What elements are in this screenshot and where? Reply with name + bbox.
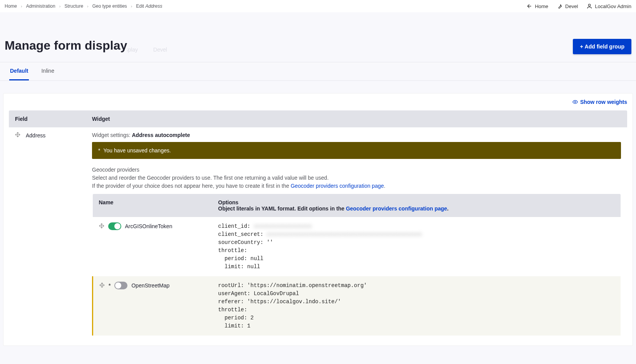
field-row-address: Address Widget settings: Address autocom…	[9, 127, 627, 340]
breadcrumb-current: Edit Address	[136, 3, 162, 9]
breadcrumb: Home › Administration › Structure › Geo …	[5, 3, 162, 9]
provider-table: Name Options Object literals in YAML for…	[92, 194, 621, 336]
breadcrumb-administration[interactable]: Administration	[26, 3, 55, 9]
chevron-right-icon: ›	[21, 4, 22, 8]
field-header-field: Field	[9, 110, 86, 127]
provider-options-osm: rootUrl: 'https://nominatim.openstreetma…	[218, 282, 614, 330]
provider-row-osm: * OpenStreetMap rootUrl: 'https://nomina…	[93, 276, 621, 336]
widget-settings-label: Widget settings:	[92, 132, 132, 138]
topbar-home-link[interactable]: Home	[526, 3, 548, 9]
page-title: Manage form display	[5, 38, 127, 54]
provider-header-config-link[interactable]: Geocoder providers configuration page	[346, 205, 447, 212]
show-row-weights-link[interactable]: Show row weights	[572, 99, 627, 105]
asterisk-icon: *	[98, 147, 100, 154]
widget-name: Address autocomplete	[132, 132, 190, 138]
topbar-right: Home Devel LocalGov Admin	[526, 3, 631, 9]
provider-options-arcgis: client_id: xxxxxxxxxxxxxxxxxx client_sec…	[218, 222, 614, 271]
eye-icon	[572, 99, 578, 105]
tab-inline[interactable]: Inline	[40, 62, 55, 80]
topbar-user-link[interactable]: LocalGov Admin	[586, 3, 631, 9]
topbar: Home › Administration › Structure › Geo …	[0, 0, 636, 12]
chevron-right-icon: ›	[87, 4, 89, 8]
drag-handle-icon[interactable]	[15, 132, 20, 139]
svg-point-1	[574, 101, 576, 103]
provider-row-arcgis: ArcGISOnlineToken client_id: xxxxxxxxxxx…	[93, 217, 621, 276]
drag-handle-icon[interactable]	[99, 282, 105, 289]
back-arrow-icon	[526, 3, 532, 9]
add-field-group-button[interactable]: + Add field group	[573, 39, 631, 54]
field-header-widget: Widget	[86, 110, 627, 127]
content-panel: Show row weights Field Widget Address Wi…	[3, 93, 633, 346]
secondary-tabs: Default Inline	[0, 62, 636, 81]
provider-header-name: Name	[93, 194, 212, 217]
field-name: Address	[26, 132, 45, 139]
wrench-icon	[557, 3, 563, 9]
topbar-devel-link[interactable]: Devel	[557, 3, 578, 9]
plus-icon: +	[580, 43, 583, 50]
field-table: Field Widget Address Widget settings: Ad…	[9, 110, 627, 340]
provider-name: ArcGISOnlineToken	[125, 223, 172, 229]
svg-point-0	[589, 4, 591, 6]
breadcrumb-structure[interactable]: Structure	[64, 3, 83, 9]
show-row-weights: Show row weights	[9, 99, 627, 106]
chevron-right-icon: ›	[59, 4, 61, 8]
page-header: Manage form display Manage display Devel…	[0, 12, 636, 62]
unsaved-changes-warning: * You have unsaved changes.	[92, 142, 621, 159]
provider-toggle-osm[interactable]	[114, 282, 127, 289]
drag-handle-icon[interactable]	[99, 223, 104, 230]
breadcrumb-geo-type-entities[interactable]: Geo type entities	[92, 3, 127, 9]
provider-toggle-arcgis[interactable]	[108, 222, 121, 230]
user-icon	[586, 3, 592, 9]
providers-config-link[interactable]: Geocoder providers configuration page	[291, 183, 384, 189]
provider-name: OpenStreetMap	[131, 282, 169, 289]
providers-intro: Geocoder providers Select and reorder th…	[92, 166, 621, 190]
chevron-right-icon: ›	[131, 4, 132, 8]
changed-asterisk-icon: *	[109, 282, 110, 289]
tab-default[interactable]: Default	[9, 62, 29, 80]
breadcrumb-home[interactable]: Home	[5, 3, 17, 9]
provider-header-options: Options Object literals in YAML format. …	[212, 194, 621, 217]
